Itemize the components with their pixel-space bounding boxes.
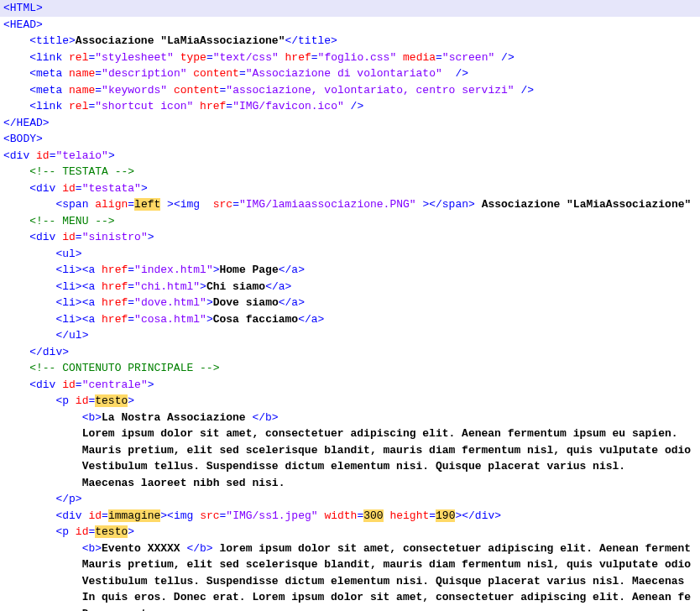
token-tag: </div> xyxy=(29,346,69,358)
code-line[interactable]: <div id="centrale"> xyxy=(0,377,700,394)
token-comment: <!-- CONTENUTO PRINCIPALE --> xyxy=(29,362,219,374)
code-line-content: In quis eros. Donec erat. Lorem ipsum do… xyxy=(3,589,691,606)
code-line[interactable]: <p id=testo> xyxy=(0,393,700,410)
token-unquoted-highlight: testo xyxy=(95,394,128,407)
code-line-content: <b>Evento XXXXX </b> lorem ipsum dolor s… xyxy=(3,540,691,557)
code-line[interactable]: <title>Associazione "LaMiaAssociazione"<… xyxy=(0,33,700,50)
token-plain xyxy=(494,51,501,64)
token-attribute: id xyxy=(62,182,76,195)
code-line-content: <div id=immagine><img src="IMG/ss1.jpeg"… xyxy=(3,508,501,525)
token-plain xyxy=(193,100,200,112)
code-line[interactable]: <ul> xyxy=(0,246,700,263)
code-line-content: </p> xyxy=(3,491,82,508)
token-attribute: href xyxy=(200,100,226,112)
token-value: "keywords" xyxy=(102,84,167,97)
code-line[interactable]: </p> xyxy=(0,491,700,508)
code-line[interactable]: <!-- CONTENUTO PRINCIPALE --> xyxy=(0,360,700,377)
token-value: "cosa.html" xyxy=(134,313,206,326)
code-line[interactable]: Mauris pretium, elit sed scelerisque bla… xyxy=(0,556,700,573)
code-line[interactable]: Vestibulum tellus. Suspendisse dictum el… xyxy=(0,573,700,590)
token-value: "associazione, volontariato, centro serv… xyxy=(226,84,514,97)
code-line[interactable]: </ul> xyxy=(0,327,700,344)
token-tag: ><img xyxy=(167,198,200,211)
token-text: Vestibulum tellus. Suspendisse dictum el… xyxy=(82,575,685,588)
code-line[interactable]: <link rel="shortcut icon" href="IMG/favi… xyxy=(0,98,700,115)
token-attribute: id xyxy=(62,379,76,391)
code-line[interactable]: <b>Evento XXXXX </b> lorem ipsum dolor s… xyxy=(0,540,700,557)
token-tag: = xyxy=(128,264,134,276)
token-unquoted-highlight: 190 xyxy=(436,509,455,522)
code-line[interactable]: <div id=immagine><img src="IMG/ss1.jpeg"… xyxy=(0,508,700,525)
token-unquoted-highlight: immagine xyxy=(108,509,160,522)
code-line-content: <p id=testo> xyxy=(3,524,134,540)
token-tag: </a> xyxy=(298,313,324,326)
token-plain xyxy=(442,67,456,80)
token-plain xyxy=(174,51,180,64)
code-line[interactable]: <link rel="stylesheet" type="text/css" h… xyxy=(0,50,700,66)
token-tag: <b> xyxy=(82,411,102,424)
code-line[interactable]: <HEAD> xyxy=(0,17,700,34)
code-line[interactable]: <meta name="keywords" content="associazi… xyxy=(0,82,700,99)
token-tag: <HEAD> xyxy=(3,18,43,31)
token-plain xyxy=(95,280,102,293)
token-tag: > xyxy=(141,182,148,195)
token-tag: <link xyxy=(29,51,62,64)
code-line-content: <b>La Nostra Associazione </b> xyxy=(3,410,279,426)
token-tag: <div xyxy=(29,182,55,195)
code-line[interactable]: Vestibulum tellus. Suspendisse dictum el… xyxy=(0,458,700,475)
code-line[interactable]: </div> xyxy=(0,344,700,361)
code-line[interactable]: <li><a href="dove.html">Dove siamo</a> xyxy=(0,295,700,311)
token-value: "IMG/favicon.ico" xyxy=(232,100,344,112)
code-line-content: <li><a href="dove.html">Dove siamo</a> xyxy=(3,295,305,311)
code-line-content: <div id="centrale"> xyxy=(3,377,154,394)
code-line[interactable]: <HTML> xyxy=(0,0,700,17)
token-tag: <meta xyxy=(29,84,62,97)
token-tag: </p> xyxy=(55,493,81,505)
code-line[interactable]: </HEAD> xyxy=(0,115,700,132)
token-value: "IMG/lamiaassociazione.PNG" xyxy=(239,198,416,211)
code-line[interactable]: <b>La Nostra Associazione </b> xyxy=(0,410,700,426)
code-line[interactable]: <p id=testo> xyxy=(0,524,700,540)
code-line[interactable]: <div id="testata"> xyxy=(0,180,700,197)
token-attribute: name xyxy=(69,84,95,97)
code-line-content: Mauris pretium, elit sed scelerisque bla… xyxy=(3,556,691,573)
token-attribute: href xyxy=(102,296,128,309)
token-tag: > xyxy=(213,264,220,276)
token-tag: = xyxy=(76,182,82,195)
token-tag: = xyxy=(239,67,246,80)
code-line[interactable]: <div id="sinistro"> xyxy=(0,229,700,246)
token-text: Maecenas laoreet nibh sed nisi. xyxy=(82,477,285,489)
code-line[interactable]: Maecenas laoreet nibh sed nisi. xyxy=(0,475,700,492)
code-line[interactable]: <!-- MENU --> xyxy=(0,213,700,230)
code-line[interactable]: Lorem ipsum dolor sit amet, consectetuer… xyxy=(0,426,700,442)
token-tag: > xyxy=(206,296,213,309)
code-line[interactable]: <span align=left ><img src="IMG/lamiaass… xyxy=(0,196,700,213)
code-line-content: Mauris pretium, elit sed scelerisque bla… xyxy=(3,442,691,459)
code-line[interactable]: <li><a href="index.html">Home Page</a> xyxy=(0,262,700,279)
code-line[interactable]: Mauris pretium, elit sed scelerisque bla… xyxy=(0,442,700,459)
token-tag: = xyxy=(95,84,102,97)
token-tag: = xyxy=(76,231,82,243)
code-line[interactable]: <li><a href="chi.html">Chi siamo</a> xyxy=(0,279,700,295)
token-text: Donec erat. xyxy=(82,608,154,612)
code-line-content: </div> xyxy=(3,344,69,361)
token-value: "sinistro" xyxy=(82,231,148,243)
code-editor[interactable]: <HTML><HEAD> <title>Associazione "LaMiaA… xyxy=(0,0,700,611)
code-line[interactable]: <!-- TESTATA --> xyxy=(0,164,700,180)
token-tag: </ul> xyxy=(55,329,88,342)
token-tag: /> xyxy=(520,84,534,97)
code-line-content: <ul> xyxy=(3,246,82,263)
token-text: Associazione "LaMiaAssociazione" xyxy=(482,198,692,211)
token-tag: > xyxy=(200,280,206,293)
code-line[interactable]: Donec erat. xyxy=(0,606,700,612)
token-value: "text/css" xyxy=(213,51,279,64)
token-plain xyxy=(29,149,36,162)
code-line[interactable]: <div id="telaio"> xyxy=(0,148,700,164)
code-line[interactable]: <BODY> xyxy=(0,131,700,148)
code-line[interactable]: <meta name="description" content="Associ… xyxy=(0,65,700,82)
token-attribute: media xyxy=(403,51,436,64)
code-line[interactable]: <li><a href="cosa.html">Cosa facciamo</a… xyxy=(0,311,700,328)
token-attribute: content xyxy=(193,67,239,80)
code-line-content: </HEAD> xyxy=(3,115,50,132)
code-line[interactable]: In quis eros. Donec erat. Lorem ipsum do… xyxy=(0,589,700,606)
